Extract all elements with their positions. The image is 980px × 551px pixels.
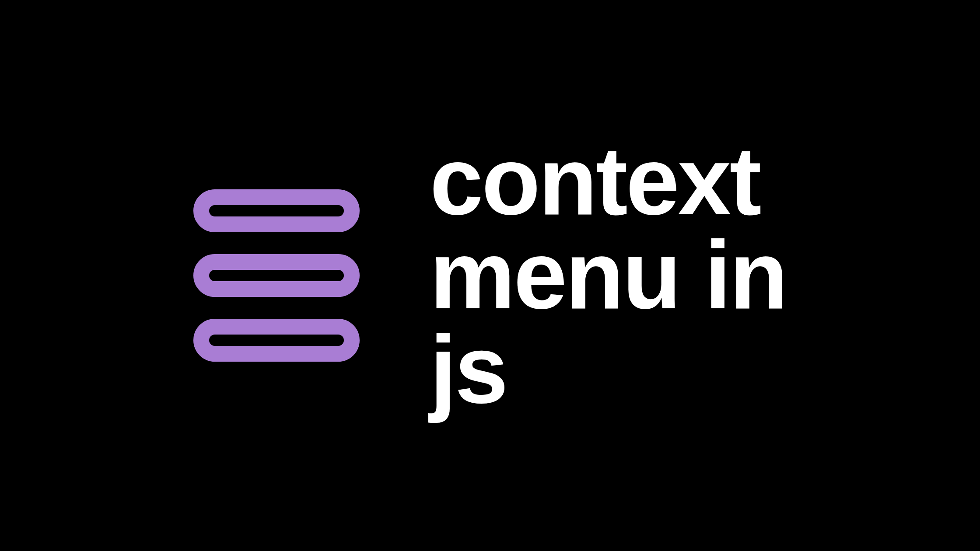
hero-container: context menu in js (106, 134, 874, 417)
menu-icon (193, 189, 360, 362)
page-title: context menu in js (430, 134, 786, 417)
menu-bar-1 (193, 189, 360, 232)
menu-bar-2 (193, 254, 360, 297)
menu-bar-3 (193, 319, 360, 362)
